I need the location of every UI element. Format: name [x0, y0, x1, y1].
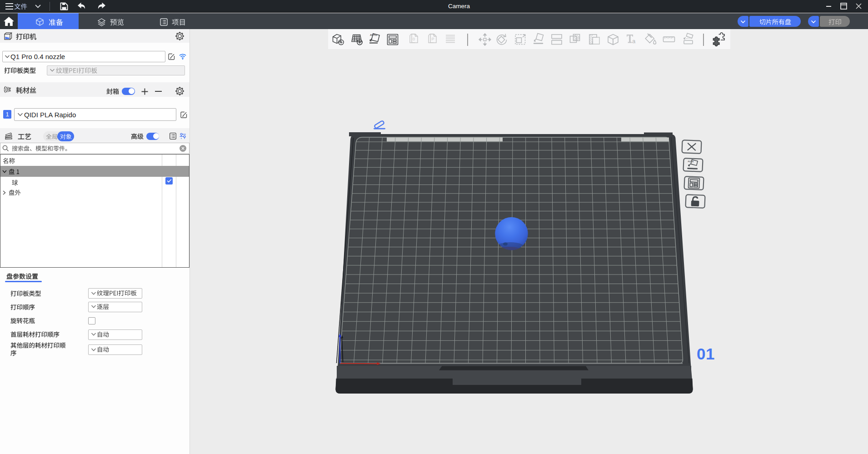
svg-text:AUTO: AUTO: [688, 160, 694, 163]
